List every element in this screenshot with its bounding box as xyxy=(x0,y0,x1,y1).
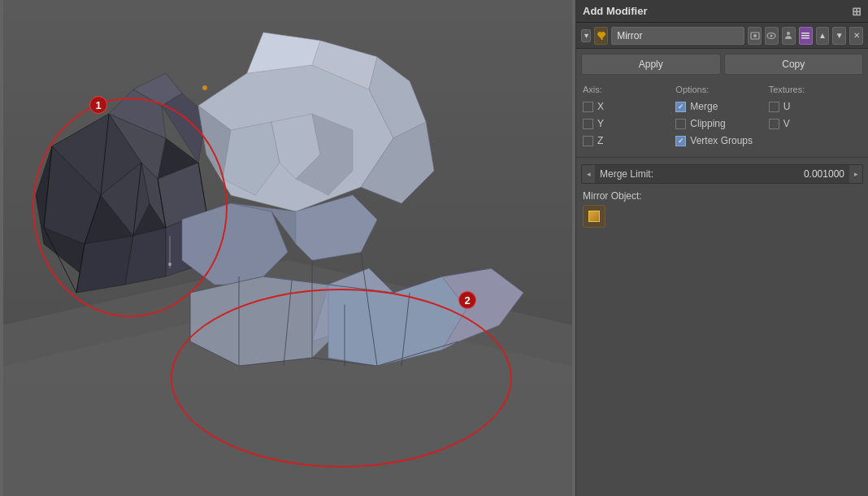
option-clipping-label: Clipping xyxy=(690,118,725,129)
texture-v-label: V xyxy=(783,118,790,129)
divider-1 xyxy=(576,157,868,158)
option-merge-row: ✓ Merge xyxy=(675,101,768,112)
person-icon-btn[interactable] xyxy=(782,27,796,45)
merge-limit-left-arrow[interactable]: ◂ xyxy=(582,165,595,183)
texture-u-label: U xyxy=(783,101,791,112)
option-vertex-groups-row: ✓ Vertex Groups xyxy=(675,135,768,146)
merge-limit-value: 0.001000 xyxy=(799,168,849,180)
modifier-name-input[interactable] xyxy=(611,27,744,45)
panel-header-icon: ⊞ xyxy=(852,5,861,18)
empty-cell xyxy=(769,135,861,149)
texture-u-checkbox[interactable] xyxy=(769,102,779,112)
svg-rect-65 xyxy=(801,35,809,37)
merge-limit-row: ◂ Merge Limit: 0.001000 ▸ xyxy=(581,164,863,184)
svg-point-62 xyxy=(770,34,773,37)
apply-button[interactable]: Apply xyxy=(581,54,721,75)
viewport: 1 2 xyxy=(0,0,575,496)
option-vertex-groups-checkbox[interactable]: ✓ xyxy=(675,136,686,146)
option-merge-checkbox[interactable]: ✓ xyxy=(675,102,686,112)
axis-y-label: Y xyxy=(597,118,604,129)
texture-u-row: U xyxy=(769,101,861,112)
merge-limit-label: Merge Limit: xyxy=(595,168,799,180)
modifier-dropdown-btn[interactable]: ▾ xyxy=(581,29,591,42)
annotation-badge-1: 1 xyxy=(89,96,107,114)
axis-x-checkbox[interactable] xyxy=(583,102,593,112)
action-buttons-row: Apply Copy xyxy=(576,49,868,80)
merge-limit-right-arrow[interactable]: ▸ xyxy=(849,165,862,183)
right-panel: Add Modifier ⊞ ▾ xyxy=(575,0,868,496)
option-clipping-checkbox[interactable] xyxy=(675,119,686,129)
modifier-icon-btn[interactable] xyxy=(799,27,813,45)
eye-icon-btn[interactable] xyxy=(765,27,779,45)
cube-icon xyxy=(588,211,600,222)
close-btn[interactable]: ✕ xyxy=(849,27,863,45)
axis-z-row: Z xyxy=(583,135,675,146)
modifier-wrench-icon[interactable] xyxy=(594,27,608,45)
axis-z-label: Z xyxy=(597,135,603,146)
panel-header-title: Add Modifier xyxy=(583,5,647,17)
svg-point-63 xyxy=(787,32,790,35)
axis-x-row: X xyxy=(583,101,675,112)
annotation-badge-2: 2 xyxy=(458,291,476,309)
svg-rect-66 xyxy=(801,37,809,39)
svg-marker-10 xyxy=(76,236,133,293)
arrow-down-btn[interactable]: ▼ xyxy=(832,27,846,45)
axis-x-label: X xyxy=(597,101,604,112)
options-header: Options: xyxy=(675,85,768,94)
option-merge-label: Merge xyxy=(690,101,718,112)
option-vertex-groups-label: Vertex Groups xyxy=(690,135,753,146)
svg-rect-64 xyxy=(801,33,809,34)
modifier-header: ▾ xyxy=(576,23,868,49)
axis-y-checkbox[interactable] xyxy=(583,119,593,129)
svg-point-60 xyxy=(753,34,757,37)
mirror-object-btn[interactable] xyxy=(583,205,605,228)
textures-header: Textures: xyxy=(769,85,861,94)
option-clipping-row: Clipping xyxy=(675,118,768,129)
mirror-object-section: Mirror Object: xyxy=(576,187,868,231)
render-icon-btn[interactable] xyxy=(748,27,762,45)
axis-y-row: Y xyxy=(583,118,675,129)
panel-header: Add Modifier ⊞ xyxy=(576,0,868,23)
mirror-object-label: Mirror Object: xyxy=(583,190,861,202)
arrow-up-btn[interactable]: ▲ xyxy=(816,27,830,45)
axis-z-checkbox[interactable] xyxy=(583,136,593,146)
axis-header: Axis: xyxy=(583,85,675,94)
options-section: Axis: Options: Textures: X ✓ Merge xyxy=(576,80,868,154)
copy-button[interactable]: Copy xyxy=(724,54,864,75)
main-container: 1 2 Add Modifier ⊞ ▾ xyxy=(0,0,868,496)
svg-point-58 xyxy=(168,263,171,266)
texture-v-checkbox[interactable] xyxy=(769,119,779,129)
texture-v-row: V xyxy=(769,118,861,129)
svg-point-56 xyxy=(202,85,207,90)
